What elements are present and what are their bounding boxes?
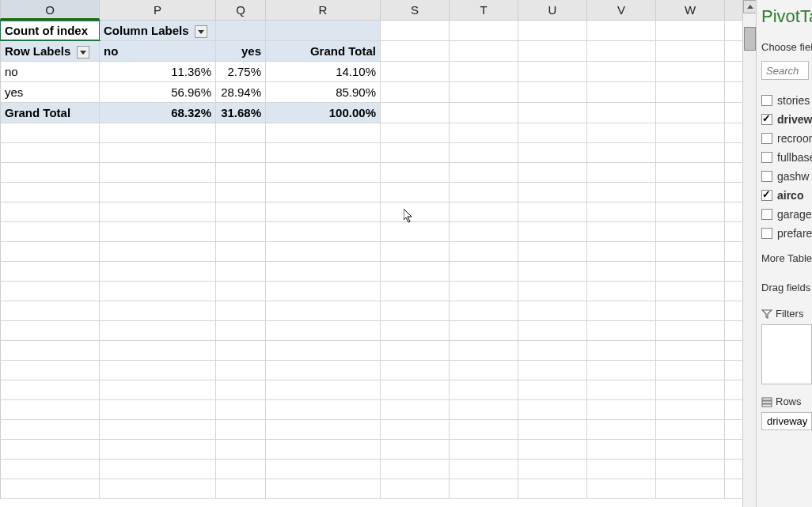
- cell[interactable]: [518, 479, 587, 498]
- cell[interactable]: [100, 242, 216, 261]
- cell[interactable]: [518, 361, 587, 380]
- cell[interactable]: [450, 202, 518, 221]
- cell[interactable]: [518, 321, 587, 340]
- cell[interactable]: [587, 262, 656, 281]
- cell[interactable]: [381, 380, 450, 399]
- checkbox-icon[interactable]: [761, 171, 772, 182]
- cell[interactable]: [100, 400, 216, 419]
- filters-drop-area[interactable]: [761, 324, 812, 384]
- cell[interactable]: [450, 420, 518, 439]
- cell[interactable]: [100, 341, 216, 360]
- checkbox-icon[interactable]: [761, 209, 772, 220]
- cell[interactable]: [450, 460, 518, 479]
- cell[interactable]: [0, 262, 100, 281]
- cell[interactable]: [266, 380, 381, 399]
- pivot-row-no[interactable]: no: [0, 62, 100, 81]
- cell[interactable]: [518, 143, 587, 162]
- cell[interactable]: [0, 163, 100, 182]
- cell[interactable]: [656, 420, 725, 439]
- cell[interactable]: [381, 202, 450, 221]
- more-tables-link[interactable]: More Tables...: [761, 252, 812, 264]
- cell[interactable]: [381, 123, 450, 142]
- cell[interactable]: [100, 361, 216, 380]
- cell[interactable]: [518, 242, 587, 261]
- pivot-val[interactable]: 68.32%: [100, 103, 216, 123]
- vertical-scrollbar[interactable]: [742, 0, 756, 507]
- cell[interactable]: [216, 143, 266, 162]
- cell[interactable]: [518, 222, 587, 241]
- cell[interactable]: [450, 301, 518, 320]
- cell[interactable]: [656, 321, 725, 340]
- cell[interactable]: [381, 222, 450, 241]
- pivot-grand-total-row[interactable]: Grand Total: [0, 103, 100, 123]
- cell[interactable]: [518, 41, 587, 61]
- col-header-S[interactable]: S: [381, 0, 450, 20]
- cell[interactable]: [381, 262, 450, 281]
- cell[interactable]: [216, 440, 266, 459]
- cell[interactable]: [656, 460, 725, 479]
- field-garagepl[interactable]: garagepl: [761, 205, 812, 224]
- cell[interactable]: [266, 400, 381, 419]
- field-fullbase[interactable]: fullbase: [761, 148, 812, 167]
- cell[interactable]: [587, 143, 656, 162]
- cell[interactable]: [381, 361, 450, 380]
- cell[interactable]: [518, 103, 587, 123]
- col-header-R[interactable]: R: [266, 0, 381, 20]
- row-labels-dropdown-icon[interactable]: [77, 46, 89, 59]
- cell[interactable]: [518, 380, 587, 399]
- col-header-V[interactable]: V: [587, 0, 656, 20]
- cell[interactable]: [216, 460, 266, 479]
- cell[interactable]: [381, 341, 450, 360]
- cell[interactable]: [656, 123, 725, 142]
- cell[interactable]: [100, 163, 216, 182]
- cell[interactable]: [216, 183, 266, 202]
- cell[interactable]: [518, 420, 587, 439]
- cell[interactable]: [518, 202, 587, 221]
- cell[interactable]: [656, 41, 725, 61]
- cell[interactable]: [587, 41, 656, 61]
- cell[interactable]: [450, 103, 518, 123]
- cell[interactable]: [656, 242, 725, 261]
- cell[interactable]: [656, 380, 725, 399]
- cell[interactable]: [587, 460, 656, 479]
- cell[interactable]: [381, 183, 450, 202]
- cell[interactable]: [450, 479, 518, 498]
- cell[interactable]: [587, 82, 656, 102]
- cell[interactable]: [450, 282, 518, 301]
- pivot-val[interactable]: 14.10%: [266, 62, 381, 81]
- cell[interactable]: [587, 163, 656, 182]
- checkbox-icon[interactable]: [761, 190, 772, 201]
- cell[interactable]: [266, 341, 381, 360]
- cell[interactable]: [450, 321, 518, 340]
- cell[interactable]: [381, 440, 450, 459]
- cell[interactable]: [518, 282, 587, 301]
- checkbox-icon[interactable]: [761, 95, 772, 106]
- cell[interactable]: [0, 420, 100, 439]
- cell[interactable]: [381, 479, 450, 498]
- cell[interactable]: [266, 163, 381, 182]
- cell[interactable]: [587, 202, 656, 221]
- cell[interactable]: [450, 143, 518, 162]
- cell[interactable]: [381, 420, 450, 439]
- cell[interactable]: [100, 143, 216, 162]
- cell[interactable]: [656, 361, 725, 380]
- cell[interactable]: [266, 183, 381, 202]
- cell[interactable]: [381, 301, 450, 320]
- pivot-grand-total-header[interactable]: Grand Total: [266, 41, 381, 61]
- pivot-col-header-yes[interactable]: yes: [216, 41, 266, 61]
- col-header-T[interactable]: T: [450, 0, 518, 20]
- cell[interactable]: [216, 163, 266, 182]
- cell[interactable]: [518, 183, 587, 202]
- cell[interactable]: [266, 420, 381, 439]
- cell[interactable]: [381, 62, 450, 81]
- field-gashw[interactable]: gashw: [761, 167, 812, 186]
- cell[interactable]: [100, 183, 216, 202]
- cell[interactable]: [656, 222, 725, 241]
- pivot-val[interactable]: 11.36%: [100, 62, 216, 81]
- cell[interactable]: [587, 282, 656, 301]
- cell[interactable]: [100, 479, 216, 498]
- cell[interactable]: [216, 380, 266, 399]
- cell[interactable]: [381, 82, 450, 102]
- pivot-val[interactable]: 2.75%: [216, 62, 266, 81]
- cell[interactable]: [216, 123, 266, 142]
